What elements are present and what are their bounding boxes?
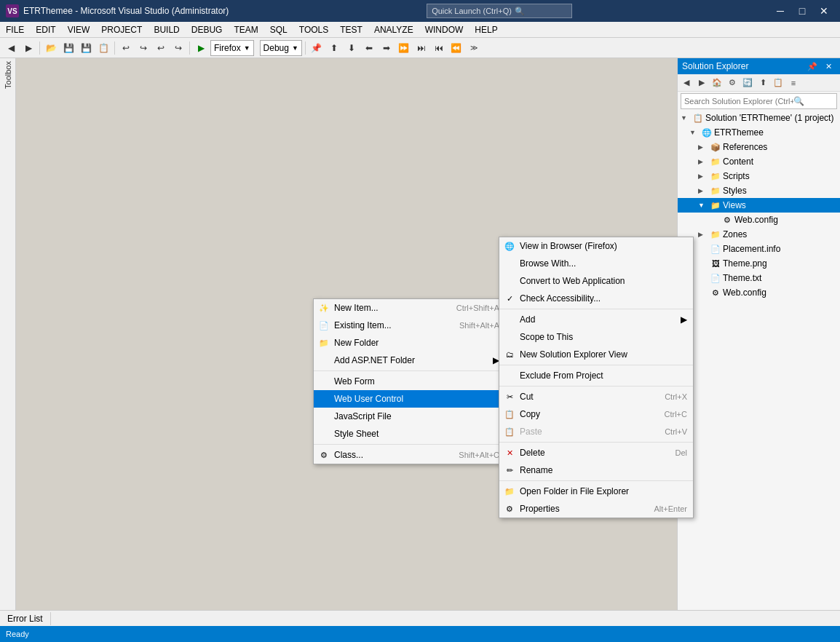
se-tb-home[interactable]: 🏠 bbox=[710, 76, 724, 90]
cm2-open-folder[interactable]: 📁 Open Folder in File Explorer bbox=[499, 483, 693, 500]
toolbar-btn10[interactable]: ➡ bbox=[379, 40, 395, 56]
cm2-check-accessibility[interactable]: ✓ Check Accessibility... bbox=[499, 290, 693, 307]
tree-webconfig-root[interactable]: ⚙ Web.config bbox=[678, 285, 840, 300]
cm1-existing-item[interactable]: 📄 Existing Item... Shift+Alt+A bbox=[314, 317, 505, 334]
tree-zones[interactable]: ▶ 📁 Zones bbox=[678, 227, 840, 242]
se-tb-forward[interactable]: ▶ bbox=[694, 76, 709, 90]
se-search-input[interactable] bbox=[684, 97, 793, 106]
cm1-aspnet-folder[interactable]: Add ASP.NET Folder ▶ bbox=[314, 352, 505, 369]
toolbar-btn11[interactable]: ⏩ bbox=[396, 40, 412, 56]
tree-placement[interactable]: 📄 Placement.info bbox=[678, 242, 840, 256]
toolbar-more[interactable]: ≫ bbox=[466, 40, 482, 56]
menu-edit[interactable]: EDIT bbox=[30, 22, 61, 38]
tree-theme-png[interactable]: 🖼 Theme.png bbox=[678, 256, 840, 271]
run-button[interactable]: ▶ bbox=[193, 40, 209, 56]
cm2-browse-with[interactable]: Browse With... bbox=[499, 255, 693, 272]
cm2-view-browser[interactable]: 🌐 View in Browser (Firefox) bbox=[499, 237, 693, 255]
menu-project[interactable]: PROJECT bbox=[95, 22, 148, 38]
toolbar-btn8[interactable]: ⬇ bbox=[344, 40, 360, 56]
menu-debug[interactable]: DEBUG bbox=[186, 22, 229, 38]
toolbar-btn5[interactable]: ↪ bbox=[170, 40, 186, 56]
menu-window[interactable]: WINDOW bbox=[419, 22, 469, 38]
undo-button[interactable]: ↩ bbox=[118, 40, 134, 56]
se-tb-collapse[interactable]: ⬆ bbox=[756, 76, 770, 90]
toolbar-btn3[interactable]: 📋 bbox=[95, 40, 111, 56]
cm2-sep2 bbox=[499, 365, 693, 365]
open-file-button[interactable]: 📂 bbox=[43, 40, 59, 56]
se-pin-button[interactable]: 📌 bbox=[805, 59, 820, 74]
cm2-rename[interactable]: ✏ Rename bbox=[499, 461, 693, 479]
cm1-class[interactable]: ⚙ Class... Shift+Alt+C bbox=[314, 446, 505, 464]
cm2-cut[interactable]: ✂ Cut Ctrl+X bbox=[499, 388, 693, 405]
config-dropdown[interactable]: Debug ▼ bbox=[260, 40, 302, 56]
solution-explorer-search[interactable]: 🔍 bbox=[681, 93, 837, 109]
menu-analyze[interactable]: ANALYZE bbox=[368, 22, 419, 38]
maximize-button[interactable]: □ bbox=[792, 4, 812, 18]
menu-sql[interactable]: SQL bbox=[264, 22, 293, 38]
cm2-new-solution-view[interactable]: 🗂 New Solution Explorer View bbox=[499, 346, 693, 363]
cm1-javascript-file[interactable]: JavaScript File bbox=[314, 408, 505, 425]
tree-webconfig-views[interactable]: ⚙ Web.config bbox=[678, 213, 840, 227]
minimize-button[interactable]: ─ bbox=[770, 4, 791, 18]
cm2-rename-label: Rename bbox=[520, 465, 552, 475]
menu-tools[interactable]: TOOLS bbox=[293, 22, 334, 38]
error-list-tab[interactable]: Error List bbox=[0, 612, 51, 625]
toolbar-btn14[interactable]: ⏪ bbox=[448, 40, 464, 56]
back-button[interactable]: ◀ bbox=[3, 40, 19, 56]
styles-icon: 📁 bbox=[710, 185, 721, 197]
quick-launch-box[interactable]: Quick Launch (Ctrl+Q) 🔍 bbox=[427, 4, 572, 18]
toolbar-btn13[interactable]: ⏮ bbox=[431, 40, 447, 56]
se-tb-props[interactable]: 📋 bbox=[771, 76, 785, 90]
tree-references[interactable]: ▶ 📦 References bbox=[678, 140, 840, 154]
cm2-add[interactable]: Add ▶ bbox=[499, 311, 693, 328]
tree-content[interactable]: ▶ 📁 Content bbox=[678, 154, 840, 169]
forward-button[interactable]: ▶ bbox=[20, 40, 36, 56]
cm2-delete[interactable]: ✕ Delete Del bbox=[499, 444, 693, 461]
toolbar-btn6[interactable]: 📌 bbox=[309, 40, 325, 56]
toolbar-btn7[interactable]: ⬆ bbox=[326, 40, 342, 56]
tree-views[interactable]: ▼ 📁 Views bbox=[678, 198, 840, 213]
se-tb-refresh[interactable]: 🔄 bbox=[740, 76, 755, 90]
tree-theme-png-label: Theme.png bbox=[723, 258, 767, 269]
close-button[interactable]: ✕ bbox=[814, 4, 834, 18]
save-all-button[interactable]: 💾 bbox=[78, 40, 94, 56]
tree-scripts[interactable]: ▶ 📁 Scripts bbox=[678, 169, 840, 183]
cm2-properties[interactable]: ⚙ Properties Alt+Enter bbox=[499, 500, 693, 518]
menu-build[interactable]: BUILD bbox=[148, 22, 185, 38]
cm1-new-item[interactable]: ✨ New Item... Ctrl+Shift+A bbox=[314, 299, 505, 317]
menu-team[interactable]: TEAM bbox=[228, 22, 264, 38]
cm1-web-user-control[interactable]: Web User Control bbox=[314, 390, 505, 408]
config-label: Debug bbox=[264, 43, 289, 53]
tree-theme-txt[interactable]: 📄 Theme.txt bbox=[678, 271, 840, 285]
menu-view[interactable]: VIEW bbox=[62, 22, 96, 38]
save-button[interactable]: 💾 bbox=[60, 40, 76, 56]
toolbar: ◀ ▶ 📂 💾 💾 📋 ↩ ↪ ↩ ↪ ▶ Firefox ▼ Debug ▼ … bbox=[0, 38, 840, 58]
redo-button[interactable]: ↪ bbox=[135, 40, 151, 56]
menu-test[interactable]: TEST bbox=[334, 22, 368, 38]
cm2-exclude[interactable]: Exclude From Project bbox=[499, 367, 693, 384]
toolbar-btn4[interactable]: ↩ bbox=[153, 40, 169, 56]
cm2-scope-to-this[interactable]: Scope to This bbox=[499, 328, 693, 346]
toolbox-panel[interactable]: Toolbox bbox=[0, 58, 16, 610]
se-tb-sync[interactable]: ⚙ bbox=[725, 76, 740, 90]
toolbar-btn12[interactable]: ⏭ bbox=[413, 40, 429, 56]
browser-dropdown[interactable]: Firefox ▼ bbox=[210, 40, 254, 56]
solution-explorer-title: Solution Explorer bbox=[682, 61, 748, 71]
tree-project[interactable]: ▼ 🌐 ETRThemee bbox=[678, 125, 840, 140]
tree-solution[interactable]: ▼ 📋 Solution 'ETRThemee' (1 project) bbox=[678, 111, 840, 125]
title-bar-controls: ─ □ ✕ bbox=[770, 4, 834, 18]
menu-help[interactable]: HELP bbox=[469, 22, 503, 38]
menu-file[interactable]: FILE bbox=[0, 22, 30, 38]
properties-icon: ⚙ bbox=[504, 503, 515, 515]
cm2-convert[interactable]: Convert to Web Application bbox=[499, 272, 693, 290]
cm1-style-sheet[interactable]: Style Sheet bbox=[314, 425, 505, 443]
cm2-copy-shortcut: Ctrl+C bbox=[650, 410, 687, 419]
tree-styles[interactable]: ▶ 📁 Styles bbox=[678, 183, 840, 198]
cm1-new-folder[interactable]: 📁 New Folder bbox=[314, 334, 505, 352]
se-tb-back[interactable]: ◀ bbox=[679, 76, 694, 90]
cm1-web-form[interactable]: Web Form bbox=[314, 373, 505, 390]
se-tb-more[interactable]: ≡ bbox=[786, 76, 801, 90]
toolbar-btn9[interactable]: ⬅ bbox=[361, 40, 377, 56]
cm2-copy[interactable]: 📋 Copy Ctrl+C bbox=[499, 405, 693, 423]
se-close-button[interactable]: ✕ bbox=[821, 59, 836, 74]
